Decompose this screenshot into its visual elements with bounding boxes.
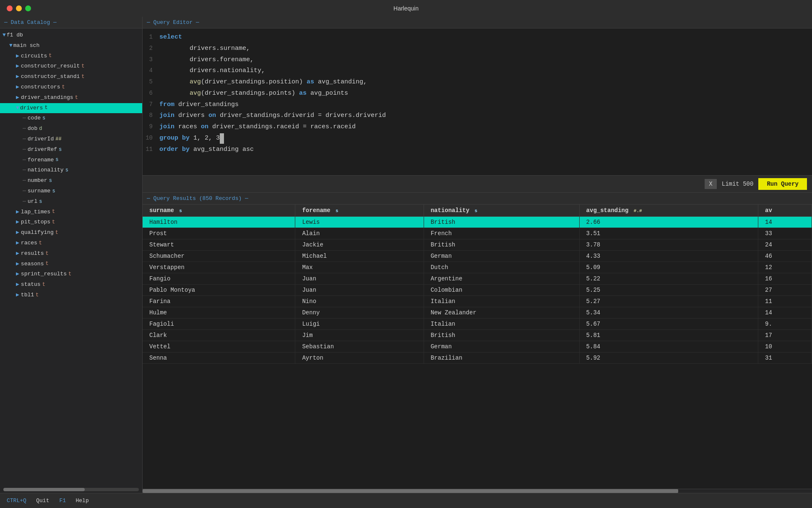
sidebar-item-schema[interactable]: ▼ main sch bbox=[0, 41, 142, 51]
sidebar-item-sprint-results[interactable]: ▶ sprint_results t bbox=[0, 269, 142, 280]
sidebar-content[interactable]: ▼ f1 db ▼ main sch ▶ circuits t ▶ constr… bbox=[0, 29, 142, 486]
cell-avg_standing: 2.66 bbox=[579, 217, 758, 228]
sidebar-item-col-driverid[interactable]: ─ driverId ## bbox=[0, 134, 142, 145]
table-row[interactable]: VettelSebastianGerman5.8410 bbox=[143, 341, 812, 352]
code-line-9: 9 join races on driver_standings.raceid … bbox=[143, 122, 812, 133]
results-table-container[interactable]: surname s forename s nationality s bbox=[143, 205, 812, 489]
cell-nationality: New Zealander bbox=[424, 307, 579, 319]
sidebar-item-col-surname[interactable]: ─ surname s bbox=[0, 186, 142, 197]
maximize-button[interactable] bbox=[25, 5, 31, 11]
minimize-button[interactable] bbox=[16, 5, 22, 11]
table-row[interactable]: SchumacherMichaelGerman4.3346 bbox=[143, 251, 812, 262]
sidebar-item-pit-stops[interactable]: ▶ pit_stops t bbox=[0, 217, 142, 228]
sidebar-item-col-code[interactable]: ─ code s bbox=[0, 113, 142, 124]
sidebar-item-tbl1[interactable]: ▶ tbl1 t bbox=[0, 290, 142, 301]
cell-av: 11 bbox=[758, 296, 812, 307]
limit-x-button[interactable]: X bbox=[705, 179, 716, 189]
table-row[interactable]: FarinaNinoItalian5.2711 bbox=[143, 296, 812, 307]
sidebar-item-races[interactable]: ▶ races t bbox=[0, 238, 142, 249]
cell-av: 27 bbox=[758, 285, 812, 296]
results-scrollbar-thumb bbox=[143, 489, 678, 493]
cell-surname: Fagioli bbox=[143, 319, 295, 330]
arrow-down-icon: ▼ bbox=[16, 104, 19, 113]
cell-nationality: British bbox=[424, 217, 579, 228]
sidebar-item-drivers[interactable]: ▼ drivers t bbox=[0, 103, 142, 114]
sidebar-item-status[interactable]: ▶ status t bbox=[0, 280, 142, 290]
cell-av: 10 bbox=[758, 341, 812, 352]
cell-forename: Jackie bbox=[295, 239, 424, 251]
dash-icon: ─ bbox=[23, 156, 26, 165]
col-header-nationality[interactable]: nationality s bbox=[424, 205, 579, 217]
table-row[interactable]: HulmeDennyNew Zealander5.3414 bbox=[143, 307, 812, 319]
expand-icon: ▶ bbox=[16, 291, 19, 300]
code-line-2: 2 drivers.surname, bbox=[143, 43, 812, 54]
cell-surname: Verstappen bbox=[143, 262, 295, 273]
results-header: ─ Query Results (850 Records) ─ bbox=[143, 193, 812, 205]
table-row[interactable]: FagioliLuigiItalian5.679. bbox=[143, 319, 812, 330]
cell-nationality: Italian bbox=[424, 296, 579, 307]
table-row[interactable]: FangioJuanArgentine5.2216 bbox=[143, 273, 812, 285]
code-line-5: 5 avg(driver_standings.position) as avg_… bbox=[143, 77, 812, 88]
cell-nationality: Colombian bbox=[424, 285, 579, 296]
code-area[interactable]: 1 select 2 drivers.surname, 3 bbox=[143, 29, 812, 175]
traffic-lights bbox=[7, 5, 31, 11]
cell-forename: Michael bbox=[295, 251, 424, 262]
sidebar-item-db[interactable]: ▼ f1 db bbox=[0, 30, 142, 41]
cell-av: 14 bbox=[758, 217, 812, 228]
sidebar-item-circuits[interactable]: ▶ circuits t bbox=[0, 51, 142, 62]
table-row[interactable]: ProstAlainFrench3.5133 bbox=[143, 228, 812, 239]
code-line-4: 4 drivers.nationality, bbox=[143, 65, 812, 77]
data-catalog-header: ─ Data Catalog ─ bbox=[0, 17, 142, 29]
table-row[interactable]: Pablo MontoyaJuanColombian5.2527 bbox=[143, 285, 812, 296]
sidebar-item-col-forename[interactable]: ─ forename s bbox=[0, 155, 142, 166]
sidebar-item-col-number[interactable]: ─ number s bbox=[0, 176, 142, 186]
sidebar-item-constructors[interactable]: ▶ constructors t bbox=[0, 82, 142, 93]
table-row[interactable]: SennaAyrtonBrazilian5.9231 bbox=[143, 352, 812, 364]
sidebar-item-results[interactable]: ▶ results t bbox=[0, 249, 142, 259]
cell-surname: Stewart bbox=[143, 239, 295, 251]
sidebar-item-lap-times[interactable]: ▶ lap_times t bbox=[0, 207, 142, 218]
col-header-surname[interactable]: surname s bbox=[143, 205, 295, 217]
table-row[interactable]: HamiltonLewisBritish2.6614 bbox=[143, 217, 812, 228]
cell-avg_standing: 5.09 bbox=[579, 262, 758, 273]
help-shortcut[interactable]: F1 Help bbox=[59, 498, 88, 504]
cell-avg_standing: 5.81 bbox=[579, 330, 758, 341]
close-button[interactable] bbox=[7, 5, 13, 11]
sidebar-item-constructor-result[interactable]: ▶ constructor_result t bbox=[0, 61, 142, 72]
cell-forename: Nino bbox=[295, 296, 424, 307]
sidebar-item-col-url[interactable]: ─ url s bbox=[0, 197, 142, 207]
sidebar-item-qualifying[interactable]: ▶ qualifying t bbox=[0, 228, 142, 238]
cell-forename: Max bbox=[295, 262, 424, 273]
dash-icon: ─ bbox=[23, 187, 26, 196]
sidebar-item-seasons[interactable]: ▶ seasons t bbox=[0, 259, 142, 270]
sidebar-item-col-dob[interactable]: ─ dob d bbox=[0, 124, 142, 134]
code-line-3: 3 drivers.forename, bbox=[143, 54, 812, 66]
dash-icon: ─ bbox=[23, 124, 26, 133]
sidebar-item-constructor-standi[interactable]: ▶ constructor_standi t bbox=[0, 72, 142, 82]
col-header-av[interactable]: av bbox=[758, 205, 812, 217]
cell-avg_standing: 5.34 bbox=[579, 307, 758, 319]
cell-avg_standing: 5.22 bbox=[579, 273, 758, 285]
sidebar-item-driver-standings[interactable]: ▶ driver_standings t bbox=[0, 93, 142, 103]
cell-forename: Jim bbox=[295, 330, 424, 341]
sidebar-scrollbar[interactable] bbox=[3, 488, 139, 491]
col-header-avg-standing[interactable]: avg_standing #.# bbox=[579, 205, 758, 217]
dash-icon: ─ bbox=[23, 166, 26, 175]
expand-icon: ▶ bbox=[16, 93, 19, 102]
col-header-forename[interactable]: forename s bbox=[295, 205, 424, 217]
cell-forename: Sebastian bbox=[295, 341, 424, 352]
run-query-button[interactable]: Run Query bbox=[758, 178, 807, 190]
results-scrollbar[interactable] bbox=[143, 489, 812, 493]
table-row[interactable]: StewartJackieBritish3.7824 bbox=[143, 239, 812, 251]
sidebar-item-col-nationality[interactable]: ─ nationality s bbox=[0, 165, 142, 176]
limit-label: Limit 500 bbox=[722, 181, 754, 187]
code-line-8: 8 join drivers on driver_standings.drive… bbox=[143, 110, 812, 122]
table-row[interactable]: ClarkJimBritish5.8117 bbox=[143, 330, 812, 341]
title-bar: Harlequin bbox=[0, 0, 812, 17]
quit-shortcut[interactable]: CTRL+Q Quit bbox=[7, 498, 49, 504]
cell-surname: Schumacher bbox=[143, 251, 295, 262]
cell-nationality: German bbox=[424, 251, 579, 262]
table-row[interactable]: VerstappenMaxDutch5.0912 bbox=[143, 262, 812, 273]
sidebar-item-col-driverref[interactable]: ─ driverRef s bbox=[0, 145, 142, 155]
code-line-10: 10 group by 1, 2, 3 bbox=[143, 133, 812, 144]
